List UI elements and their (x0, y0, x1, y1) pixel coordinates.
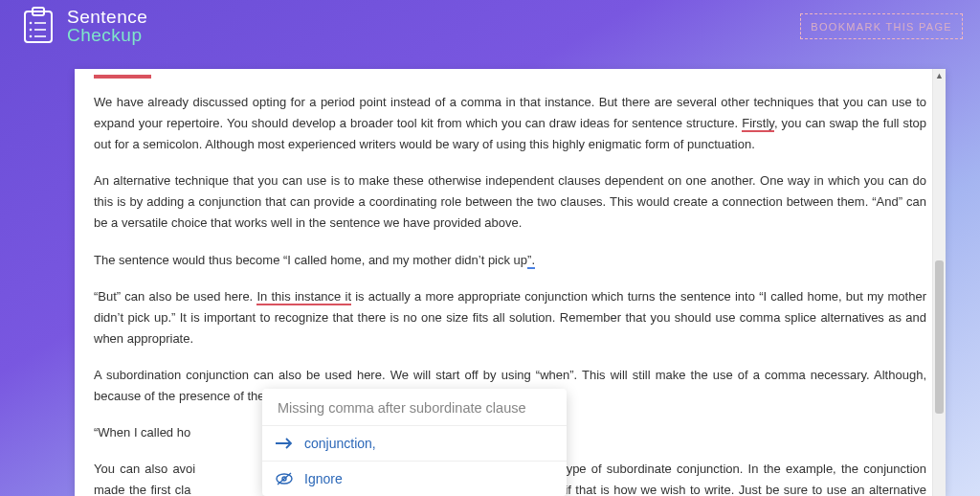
suggestion-text: conjunction, (304, 436, 376, 451)
arrow-right-icon (274, 435, 295, 452)
grammar-error[interactable]: In this instance it (256, 289, 351, 305)
paragraph: We have already discussed opting for a p… (94, 92, 926, 155)
text: You can also avoi (94, 462, 195, 476)
text: The sentence would thus become “I called… (94, 253, 527, 267)
grammar-error[interactable]: Firstly (742, 116, 774, 132)
tooltip-title: Missing comma after subordinate clause (262, 389, 567, 425)
error-marker (94, 75, 151, 79)
paragraph: An alternative technique that you can us… (94, 170, 926, 234)
clipboard-icon (19, 6, 59, 46)
brand-text-line2: Checkup (67, 26, 147, 44)
scrollbar[interactable]: ▲ (932, 69, 946, 496)
grammar-suggestion[interactable]: ”. (527, 253, 535, 269)
brand-text: Sentence Checkup (67, 8, 147, 44)
paragraph: The sentence would thus become “I called… (94, 250, 926, 271)
paragraph: “But” can also be used here. In this ins… (94, 286, 926, 349)
tooltip-apply-suggestion[interactable]: conjunction, (262, 425, 567, 461)
bookmark-button[interactable]: BOOKMARK THIS PAGE (800, 13, 963, 39)
ignore-text: Ignore (304, 471, 343, 486)
grammar-tooltip: Missing comma after subordinate clause c… (262, 389, 567, 496)
scrollbar-thumb[interactable] (935, 260, 944, 414)
brand-text-line1: Sentence (67, 8, 147, 26)
eye-off-icon (274, 470, 295, 487)
svg-point-4 (30, 29, 33, 32)
tooltip-ignore[interactable]: Ignore (262, 461, 567, 496)
svg-point-2 (30, 22, 33, 25)
app-header: Sentence Checkup BOOKMARK THIS PAGE (0, 0, 980, 57)
brand-logo[interactable]: Sentence Checkup (19, 6, 147, 46)
scroll-up-arrow[interactable]: ▲ (933, 69, 946, 82)
editor-panel: We have already discussed opting for a p… (75, 69, 946, 496)
text: “But” can also be used here. (94, 289, 256, 304)
svg-point-6 (30, 35, 33, 38)
